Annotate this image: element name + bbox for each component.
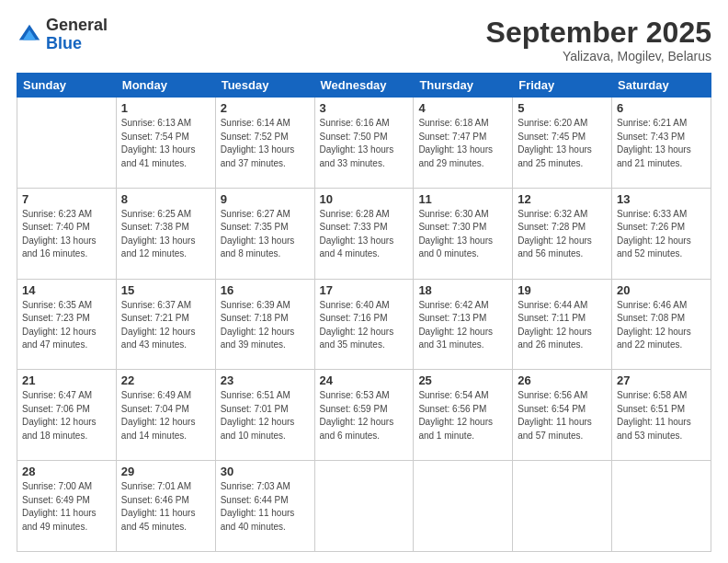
day-info: Sunrise: 6:30 AM Sunset: 7:30 PM Dayligh… [418,208,507,261]
header-tuesday: Tuesday [215,74,314,98]
table-cell: 15Sunrise: 6:37 AM Sunset: 7:21 PM Dayli… [116,279,215,370]
header: General Blue September 2025 Yalizava, Mo… [17,17,711,63]
day-number: 15 [121,283,210,297]
logo-text: General Blue [46,17,108,53]
day-info: Sunrise: 6:49 AM Sunset: 7:04 PM Dayligh… [121,389,210,442]
table-cell: 9Sunrise: 6:27 AM Sunset: 7:35 PM Daylig… [215,188,314,279]
day-info: Sunrise: 6:28 AM Sunset: 7:33 PM Dayligh… [320,208,409,261]
logo-blue: Blue [46,34,82,52]
day-number: 14 [22,283,111,297]
location: Yalizava, Mogilev, Belarus [486,49,711,63]
day-number: 6 [617,101,706,115]
table-cell: 2Sunrise: 6:14 AM Sunset: 7:52 PM Daylig… [215,98,314,189]
day-info: Sunrise: 6:39 AM Sunset: 7:18 PM Dayligh… [221,299,310,352]
day-number: 22 [121,373,210,387]
table-cell [314,461,414,552]
table-cell: 4Sunrise: 6:18 AM Sunset: 7:47 PM Daylig… [414,98,513,189]
day-info: Sunrise: 6:35 AM Sunset: 7:23 PM Dayligh… [22,299,111,352]
day-number: 2 [221,101,310,115]
day-number: 30 [221,465,310,478]
day-number: 5 [518,101,607,115]
table-cell: 20Sunrise: 6:46 AM Sunset: 7:08 PM Dayli… [612,279,711,370]
day-info: Sunrise: 6:23 AM Sunset: 7:40 PM Dayligh… [22,208,111,261]
day-info: Sunrise: 6:33 AM Sunset: 7:26 PM Dayligh… [617,208,706,261]
day-number: 1 [121,101,210,115]
day-number: 21 [22,373,111,387]
logo-general: General [46,16,108,34]
logo-icon [17,22,42,48]
table-cell: 24Sunrise: 6:53 AM Sunset: 6:59 PM Dayli… [314,370,414,461]
table-cell: 29Sunrise: 7:01 AM Sunset: 6:46 PM Dayli… [116,461,215,552]
day-info: Sunrise: 6:53 AM Sunset: 6:59 PM Dayligh… [320,389,409,442]
table-cell: 23Sunrise: 6:51 AM Sunset: 7:01 PM Dayli… [215,370,314,461]
day-number: 7 [22,192,111,206]
page: General Blue September 2025 Yalizava, Mo… [0,0,728,563]
month-title: September 2025 [486,17,711,49]
table-cell: 27Sunrise: 6:58 AM Sunset: 6:51 PM Dayli… [612,370,711,461]
day-info: Sunrise: 6:27 AM Sunset: 7:35 PM Dayligh… [221,208,310,261]
table-cell: 10Sunrise: 6:28 AM Sunset: 7:33 PM Dayli… [314,188,414,279]
day-info: Sunrise: 6:44 AM Sunset: 7:11 PM Dayligh… [518,299,607,352]
table-cell: 14Sunrise: 6:35 AM Sunset: 7:23 PM Dayli… [17,279,117,370]
day-number: 18 [418,283,507,297]
day-info: Sunrise: 6:37 AM Sunset: 7:21 PM Dayligh… [121,299,210,352]
table-cell: 22Sunrise: 6:49 AM Sunset: 7:04 PM Dayli… [116,370,215,461]
day-number: 23 [221,373,310,387]
table-cell: 5Sunrise: 6:20 AM Sunset: 7:45 PM Daylig… [513,98,612,189]
table-cell: 1Sunrise: 6:13 AM Sunset: 7:54 PM Daylig… [116,98,215,189]
day-info: Sunrise: 6:20 AM Sunset: 7:45 PM Dayligh… [518,117,607,170]
day-number: 27 [617,373,706,387]
day-number: 9 [221,192,310,206]
table-cell [414,461,513,552]
week-row-4: 28Sunrise: 7:00 AM Sunset: 6:49 PM Dayli… [17,461,711,552]
table-cell: 17Sunrise: 6:40 AM Sunset: 7:16 PM Dayli… [314,279,414,370]
table-cell: 13Sunrise: 6:33 AM Sunset: 7:26 PM Dayli… [612,188,711,279]
table-cell: 25Sunrise: 6:54 AM Sunset: 6:56 PM Dayli… [414,370,513,461]
calendar-header-row: Sunday Monday Tuesday Wednesday Thursday… [17,74,711,98]
day-info: Sunrise: 6:21 AM Sunset: 7:43 PM Dayligh… [617,117,706,170]
table-cell: 7Sunrise: 6:23 AM Sunset: 7:40 PM Daylig… [17,188,117,279]
day-info: Sunrise: 7:00 AM Sunset: 6:49 PM Dayligh… [22,480,111,534]
day-number: 20 [617,283,706,297]
day-info: Sunrise: 6:51 AM Sunset: 7:01 PM Dayligh… [221,389,310,442]
day-info: Sunrise: 7:01 AM Sunset: 6:46 PM Dayligh… [121,480,210,534]
day-info: Sunrise: 6:25 AM Sunset: 7:38 PM Dayligh… [121,208,210,261]
week-row-3: 21Sunrise: 6:47 AM Sunset: 7:06 PM Dayli… [17,370,711,461]
day-info: Sunrise: 6:40 AM Sunset: 7:16 PM Dayligh… [320,299,409,352]
day-number: 3 [320,101,409,115]
day-number: 29 [121,465,210,478]
day-info: Sunrise: 6:16 AM Sunset: 7:50 PM Dayligh… [320,117,409,170]
day-info: Sunrise: 7:03 AM Sunset: 6:44 PM Dayligh… [221,480,310,534]
day-number: 11 [418,192,507,206]
header-wednesday: Wednesday [314,74,414,98]
day-info: Sunrise: 6:47 AM Sunset: 7:06 PM Dayligh… [22,389,111,442]
table-cell [17,98,117,189]
day-number: 4 [418,101,507,115]
header-sunday: Sunday [17,74,117,98]
day-number: 25 [418,373,507,387]
table-cell: 21Sunrise: 6:47 AM Sunset: 7:06 PM Dayli… [17,370,117,461]
table-cell: 30Sunrise: 7:03 AM Sunset: 6:44 PM Dayli… [215,461,314,552]
table-cell: 19Sunrise: 6:44 AM Sunset: 7:11 PM Dayli… [513,279,612,370]
table-cell: 6Sunrise: 6:21 AM Sunset: 7:43 PM Daylig… [612,98,711,189]
day-number: 17 [320,283,409,297]
week-row-2: 14Sunrise: 6:35 AM Sunset: 7:23 PM Dayli… [17,279,711,370]
table-cell: 3Sunrise: 6:16 AM Sunset: 7:50 PM Daylig… [314,98,414,189]
day-info: Sunrise: 6:46 AM Sunset: 7:08 PM Dayligh… [617,299,706,352]
table-cell: 16Sunrise: 6:39 AM Sunset: 7:18 PM Dayli… [215,279,314,370]
day-number: 24 [320,373,409,387]
day-number: 13 [617,192,706,206]
week-row-1: 7Sunrise: 6:23 AM Sunset: 7:40 PM Daylig… [17,188,711,279]
day-info: Sunrise: 6:42 AM Sunset: 7:13 PM Dayligh… [418,299,507,352]
header-friday: Friday [513,74,612,98]
table-cell: 26Sunrise: 6:56 AM Sunset: 6:54 PM Dayli… [513,370,612,461]
day-info: Sunrise: 6:14 AM Sunset: 7:52 PM Dayligh… [221,117,310,170]
day-number: 12 [518,192,607,206]
day-info: Sunrise: 6:56 AM Sunset: 6:54 PM Dayligh… [518,389,607,442]
logo: General Blue [17,17,108,53]
day-info: Sunrise: 6:54 AM Sunset: 6:56 PM Dayligh… [418,389,507,442]
day-info: Sunrise: 6:18 AM Sunset: 7:47 PM Dayligh… [418,117,507,170]
header-monday: Monday [116,74,215,98]
day-number: 10 [320,192,409,206]
day-info: Sunrise: 6:58 AM Sunset: 6:51 PM Dayligh… [617,389,706,442]
